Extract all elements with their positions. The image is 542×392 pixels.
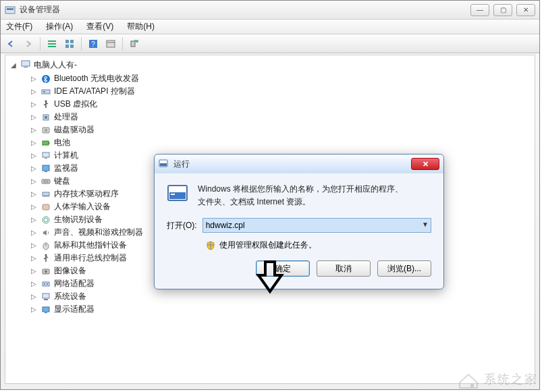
- svg-rect-48: [45, 312, 47, 313]
- menu-help[interactable]: 帮助(H): [124, 20, 157, 33]
- tree-node[interactable]: ▷电池: [11, 136, 529, 149]
- svg-rect-53: [171, 194, 175, 195]
- menu-view[interactable]: 查看(V): [84, 20, 116, 33]
- svg-rect-47: [43, 307, 49, 312]
- node-label: 监视器: [54, 163, 78, 174]
- app-icon: [5, 5, 16, 15]
- caret-icon: ▷: [31, 165, 38, 172]
- browse-button[interactable]: 浏览(B)...: [377, 260, 431, 277]
- node-label: 磁盘驱动器: [54, 124, 94, 136]
- caret-icon: ▷: [31, 113, 38, 121]
- svg-rect-25: [49, 142, 50, 144]
- menu-file[interactable]: 文件(F): [3, 20, 35, 33]
- svg-rect-44: [47, 283, 48, 285]
- node-label: Bluetooth 无线电收发器: [54, 73, 139, 84]
- menubar: 文件(F) 操作(A) 查看(V) 帮助(H): [1, 20, 539, 34]
- menu-action[interactable]: 操作(A): [43, 20, 76, 33]
- help-button[interactable]: ?: [86, 36, 101, 51]
- caret-icon: ▷: [31, 177, 38, 185]
- svg-rect-3: [48, 43, 56, 45]
- svg-rect-46: [44, 299, 48, 300]
- node-label: 通用串行总线控制器: [54, 252, 127, 264]
- minimize-button[interactable]: —: [470, 4, 489, 16]
- computer-icon: [20, 59, 31, 71]
- bluetooth-icon: [40, 74, 51, 84]
- tree-node[interactable]: ▷USB 虚拟化: [11, 98, 529, 111]
- svg-text:?: ?: [91, 40, 95, 48]
- ide-icon: [40, 87, 51, 96]
- separator: [122, 37, 123, 51]
- svg-rect-54: [470, 384, 474, 388]
- admin-note: 使用管理权限创建此任务。: [219, 240, 317, 251]
- svg-rect-33: [43, 192, 49, 196]
- computer-icon: [40, 151, 51, 161]
- tree-node[interactable]: ▷磁盘驱动器: [11, 123, 529, 136]
- battery-icon: [40, 138, 51, 148]
- memory-icon: [40, 190, 51, 199]
- forward-button[interactable]: [21, 36, 36, 51]
- svg-point-39: [45, 254, 47, 256]
- view-list-button[interactable]: [45, 36, 59, 51]
- node-label: 键盘: [54, 175, 70, 187]
- caret-icon: ▷: [31, 280, 38, 287]
- refresh-button[interactable]: [127, 36, 142, 51]
- svg-point-36: [44, 218, 48, 222]
- dialog-description: Windows 将根据您所输入的名称，为您打开相应的程序、 文件夹、文档或 In…: [198, 183, 403, 208]
- usb-controller-icon: [40, 254, 51, 263]
- svg-rect-11: [107, 40, 115, 47]
- cancel-button[interactable]: 取消: [317, 260, 371, 277]
- caret-icon: ▷: [31, 216, 38, 223]
- annotation-arrow: [253, 260, 287, 297]
- node-label: 内存技术驱动程序: [54, 188, 119, 200]
- caret-icon: ▷: [31, 152, 38, 159]
- svg-rect-27: [45, 158, 47, 159]
- display-icon: [40, 305, 51, 314]
- close-button[interactable]: ✕: [516, 4, 535, 16]
- tree-node[interactable]: ▷处理器: [11, 111, 529, 123]
- svg-rect-7: [65, 45, 69, 48]
- caret-icon: ▷: [31, 229, 38, 236]
- dialog-body: Windows 将根据您所输入的名称，为您打开相应的程序、 文件夹、文档或 In…: [155, 173, 443, 289]
- root-label: 电脑人人有-: [34, 59, 77, 71]
- open-label: 打开(O):: [167, 220, 197, 231]
- separator: [81, 37, 82, 51]
- caret-icon: ▷: [31, 306, 38, 313]
- toolbar: ?: [1, 34, 539, 53]
- svg-rect-8: [70, 45, 74, 48]
- caret-icon: ▷: [31, 101, 38, 108]
- svg-point-41: [45, 270, 47, 273]
- caret-icon: ◢: [11, 61, 18, 69]
- tree-node[interactable]: ▷IDE ATA/ATAPI 控制器: [11, 85, 529, 98]
- view-grid-button[interactable]: [62, 36, 77, 51]
- window-controls: — ▢ ✕: [470, 4, 535, 16]
- properties-button[interactable]: [103, 36, 118, 51]
- monitor-icon: [40, 164, 51, 173]
- svg-rect-1: [7, 8, 13, 10]
- network-icon: [40, 279, 51, 289]
- biometric-icon: [40, 215, 51, 225]
- tree-node[interactable]: ▷Bluetooth 无线电收发器: [11, 72, 529, 85]
- svg-rect-26: [43, 152, 49, 157]
- svg-rect-28: [43, 165, 49, 171]
- svg-rect-24: [43, 141, 49, 145]
- svg-rect-4: [48, 46, 56, 47]
- caret-icon: ▷: [31, 242, 38, 249]
- run-large-icon: [167, 183, 190, 203]
- shield-icon: [206, 241, 215, 250]
- back-button[interactable]: [3, 36, 18, 51]
- caret-icon: ▷: [31, 203, 38, 211]
- open-combobox[interactable]: ▼: [202, 218, 431, 233]
- node-label: 处理器: [54, 111, 78, 123]
- node-label: 电池: [54, 137, 70, 148]
- caret-icon: ▷: [31, 126, 38, 134]
- dropdown-arrow-icon[interactable]: ▼: [422, 221, 429, 228]
- dialog-close-button[interactable]: ✕: [411, 158, 439, 170]
- maximize-button[interactable]: ▢: [493, 4, 512, 16]
- caret-icon: ▷: [31, 254, 38, 262]
- svg-rect-14: [22, 61, 30, 66]
- window-title: 设备管理器: [20, 4, 470, 16]
- open-input[interactable]: [202, 218, 431, 233]
- tree-root[interactable]: ◢ 电脑人人有-: [11, 59, 529, 71]
- run-icon: [159, 159, 169, 170]
- tree-node[interactable]: ▷显示适配器: [11, 303, 529, 316]
